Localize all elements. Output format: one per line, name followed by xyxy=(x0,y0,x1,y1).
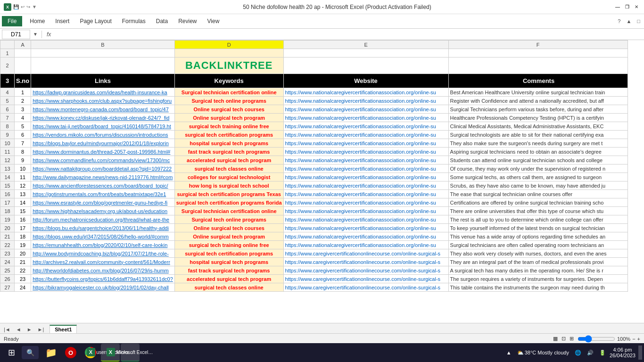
row-number: 8 xyxy=(0,122,15,131)
cell-website[interactable]: https://www.nationalcaregivercertificati… xyxy=(283,215,448,224)
cell-link[interactable]: http://www.dailymagazine.news/news-nid-2… xyxy=(31,173,175,181)
taskbar-file-explorer[interactable]: 📁 xyxy=(41,344,60,361)
ribbon-minimize-btn[interactable]: ▲ xyxy=(624,17,633,25)
cell-ref-dropdown[interactable]: ▼ xyxy=(33,32,38,37)
minimize-btn[interactable]: — xyxy=(614,3,621,11)
cell-website[interactable]: https://www.nationalcaregivercertificati… xyxy=(283,224,448,232)
cell-website[interactable]: https://www.nationalcaregivercertificati… xyxy=(283,232,448,241)
cell-website[interactable]: https://www.nationalcaregivercertificati… xyxy=(283,88,448,97)
cell-link[interactable]: http://theworldofdiabetes.com.mx/blog/20… xyxy=(31,266,175,275)
cell-link[interactable]: https://www.ancientforestessences.com/bo… xyxy=(31,181,175,190)
cell-website[interactable]: https://www.caregivercertificationonline… xyxy=(283,258,448,266)
grid-body[interactable]: A B D E F 1 2 xyxy=(0,40,644,323)
cell-website[interactable]: https://www.nationalcaregivercertificati… xyxy=(283,122,448,131)
cell-website[interactable]: https://www.nationalcaregivercertificati… xyxy=(283,165,448,173)
col-header-e[interactable]: E xyxy=(283,41,448,49)
ribbon-tab-data[interactable]: Data xyxy=(151,16,173,26)
cell-link[interactable]: https://blogs.baylor.edu/mindyourmajor/2… xyxy=(31,139,175,148)
cell-link[interactable]: https://www.tai-ji.net/board/board_topic… xyxy=(31,122,175,131)
cell-link[interactable]: https://www.highhazelsacademy.org.uk/abo… xyxy=(31,207,175,215)
view-layout-icon[interactable]: ⊡ xyxy=(561,336,566,342)
cell-website[interactable]: https://www.nationalcaregivercertificati… xyxy=(283,190,448,198)
ribbon-tab-home[interactable]: Home xyxy=(25,16,50,26)
cell-link[interactable]: https://gotinstrumentals.com/front/beats… xyxy=(31,190,175,198)
taskbar-battery-icon[interactable]: 🔋 xyxy=(597,349,608,357)
cell-link[interactable]: https://blogs.bu.edu/sargentchoice/2013/… xyxy=(31,224,175,232)
zoom-plus-icon[interactable]: + xyxy=(637,336,640,342)
cell-website[interactable]: https://www.nationalcaregivercertificati… xyxy=(283,207,448,215)
view-pagebreak-icon[interactable]: ⊞ xyxy=(570,336,574,342)
col-header-b[interactable]: B xyxy=(31,41,175,49)
cell-website[interactable]: https://www.caregivercertificationonline… xyxy=(283,249,448,258)
cell-link[interactable]: https://www.dorminantus.de/thread-2057-p… xyxy=(31,148,175,156)
cell-link[interactable]: https://blogs.uww.edu/jrl347/2015/08/26/… xyxy=(31,232,175,241)
ribbon-tab-formulas[interactable]: Formulas xyxy=(117,16,150,26)
cell-link[interactable]: https://www.sharphooks.com/club.aspx?sub… xyxy=(31,97,175,105)
table-row-23: 23 20 http://www.bodymindcoaching.biz/bl… xyxy=(0,249,628,258)
cell-link[interactable]: https://emunahhealth.com/blog/2020/02/10… xyxy=(31,241,175,249)
cell-website[interactable]: https://www.caregivercertificationonline… xyxy=(283,275,448,283)
maximize-btn[interactable]: ❐ xyxy=(623,3,631,11)
cell-website[interactable]: https://www.caregivercertificationonline… xyxy=(283,283,448,292)
ribbon-tab-file[interactable]: File xyxy=(2,16,22,26)
taskbar-network-icon[interactable]: 🌐 xyxy=(573,349,583,357)
cell-link[interactable]: https://butterflycoins.org/topics/61b6dd… xyxy=(31,275,175,283)
sheet-nav-last[interactable]: ►| xyxy=(36,326,46,333)
col-header-comments[interactable]: F xyxy=(448,41,627,49)
cell-website[interactable]: https://www.nationalcaregivercertificati… xyxy=(283,97,448,105)
zoom-minus-icon[interactable]: − xyxy=(632,336,635,342)
cell-link[interactable]: http://archives2.realvail.com/community-… xyxy=(31,258,175,266)
taskbar-notifications-icon[interactable]: ▲ xyxy=(504,349,513,356)
taskbar-opera[interactable]: O xyxy=(61,344,80,361)
formula-input[interactable] xyxy=(55,31,642,38)
cell-link[interactable]: https://ladwp.granicusideas.com/ideas/he… xyxy=(31,88,175,97)
cell-website[interactable]: https://www.nationalcaregivercertificati… xyxy=(283,241,448,249)
cell-link[interactable]: https://vendors.mikolo.com/forums/discus… xyxy=(31,131,175,139)
cell-website[interactable]: https://www.nationalcaregivercertificati… xyxy=(283,131,448,139)
zoom-slider[interactable] xyxy=(578,335,615,343)
cell-website[interactable]: https://www.caregivercertificationonline… xyxy=(283,266,448,275)
cell-website[interactable]: https://www.nationalcaregivercertificati… xyxy=(283,139,448,148)
cell-link[interactable]: https://www.montenegro-canada.com/board/… xyxy=(31,105,175,114)
cell-comment: They also make sure the surgeon's needs … xyxy=(448,139,627,148)
cell-link[interactable]: https://www.nattakitgroup.com/boarddetai… xyxy=(31,165,175,173)
cell-website[interactable]: https://www.nationalcaregivercertificati… xyxy=(283,156,448,165)
ribbon-tab-view[interactable]: View xyxy=(203,16,224,26)
cell-link[interactable]: http://www.bodymindcoaching.biz/blog/201… xyxy=(31,249,175,258)
col-header-d[interactable]: D xyxy=(174,41,283,49)
cell-website[interactable]: https://www.nationalcaregivercertificati… xyxy=(283,114,448,122)
ribbon-tab-page-layout[interactable]: Page Layout xyxy=(75,16,116,26)
taskbar-weather[interactable]: ⛅ 38°C Mostly cloudy xyxy=(515,349,571,357)
start-button[interactable]: ⊞ xyxy=(2,344,21,361)
sheet-nav-first[interactable]: |◄ xyxy=(2,326,12,333)
ribbon-tab-insert[interactable]: Insert xyxy=(50,16,74,26)
cell-reference-input[interactable] xyxy=(2,30,30,39)
cell-comment: To keep yourself informed of the latest … xyxy=(448,224,627,232)
cell-website[interactable]: https://www.nationalcaregivercertificati… xyxy=(283,181,448,190)
ribbon-help-btn[interactable]: ? xyxy=(616,17,622,25)
taskbar-clock[interactable]: 4:06 pm 26/04/2023 xyxy=(610,347,636,358)
ribbon-expand-btn[interactable]: □ xyxy=(635,17,642,25)
close-btn[interactable]: ✕ xyxy=(633,3,640,11)
cell-website[interactable]: https://www.nationalcaregivercertificati… xyxy=(283,173,448,181)
taskbar-show-desktop[interactable] xyxy=(638,346,642,360)
cell-link[interactable]: http://forum.mechatronicseducation.org/t… xyxy=(31,215,175,224)
sheet-tab-sheet1[interactable]: Sheet1 xyxy=(50,325,77,333)
cell-website[interactable]: https://www.nationalcaregivercertificati… xyxy=(283,148,448,156)
ribbon-tab-review[interactable]: Review xyxy=(173,16,201,26)
cell-link[interactable]: https://www.commandlinefu.com/commands/v… xyxy=(31,156,175,165)
cell-website[interactable]: https://www.nationalcaregivercertificati… xyxy=(283,198,448,207)
col-header-a[interactable]: A xyxy=(15,41,31,49)
taskbar-sound-icon[interactable]: 🔊 xyxy=(585,349,595,357)
taskbar-search[interactable]: 🔍 xyxy=(22,346,39,359)
taskbar-excel-main[interactable]: X Microsoft Excel (Pr... xyxy=(121,344,140,362)
cell-link[interactable]: https://bikramyogaleicester.co.uk/blog/2… xyxy=(31,283,175,292)
view-normal-icon[interactable]: ▦ xyxy=(553,336,558,342)
cell-link[interactable]: https://www.esrastyle.com/blog/ogretmenl… xyxy=(31,198,175,207)
cell-link[interactable]: https://www.konev.cz/diskuse/jak-rizkova… xyxy=(31,114,175,122)
cell-website[interactable]: https://www.nationalcaregivercertificati… xyxy=(283,105,448,114)
cell-keyword: surgical tech classes online xyxy=(174,283,283,292)
sheet-nav-prev[interactable]: ◄ xyxy=(14,326,23,333)
sheet-nav-next[interactable]: ► xyxy=(25,326,34,333)
cell-keyword: surgical tech training online free xyxy=(174,241,283,249)
